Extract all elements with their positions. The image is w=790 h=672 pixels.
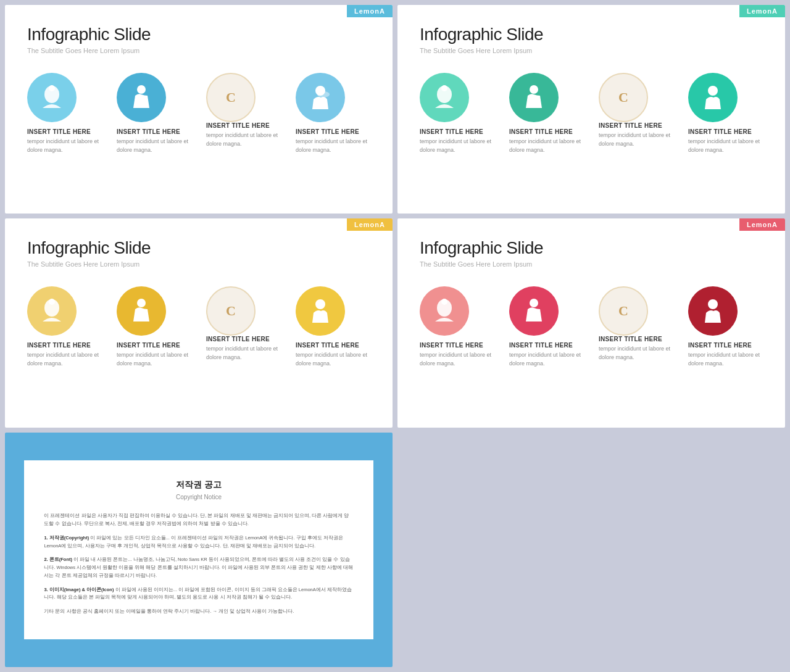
copyright-section-text-4: 기타 문의 사항은 공식 홈페이지 또는 이메일을 통하여 연락 주시기 바랍니… (44, 608, 294, 614)
svg-point-11 (137, 299, 146, 307)
svg-point-16 (708, 299, 718, 309)
copyright-title-en: Copyright Notice (44, 492, 353, 502)
item-label-2: INSERT TITLE HERE (117, 128, 180, 135)
svg-point-7 (530, 85, 538, 94)
item-label-y2: INSERT TITLE HERE (117, 342, 180, 349)
c-badge-r: C (599, 286, 648, 336)
item-desc-y4: tempor incididunt ut labore et dolore ma… (296, 351, 370, 368)
icon-item: INSERT TITLE HERE tempor incididunt ut l… (420, 286, 494, 368)
item-desc-4: tempor incididunt ut labore et dolore ma… (296, 138, 370, 154)
slide-teal: LemonA Infographic Slide The Subtitle Go… (397, 5, 785, 214)
icons-row-yellow: INSERT TITLE HERE tempor incididunt ut l… (27, 286, 370, 368)
icon-circle-t2 (509, 73, 559, 122)
slide-red: LemonA Infographic Slide The Subtitle Go… (397, 218, 785, 427)
slide-subtitle-red: The Subtitle Goes Here Lorem Ipsum (420, 260, 763, 268)
copyright-title-kr: 저작권 공고 (44, 478, 353, 491)
icon-circle-y1 (27, 286, 77, 336)
icon-circle-r4 (688, 286, 738, 336)
icon-circle-1 (27, 73, 77, 122)
icon-circle-4 (296, 73, 345, 122)
item-label-y1: INSERT TITLE HERE (27, 342, 91, 349)
icon-item: INSERT TITLE HERE tempor incididunt ut l… (117, 73, 191, 154)
icon-item: INSERT TITLE HERE tempor incididunt ut l… (117, 286, 191, 368)
item-label-t2: INSERT TITLE HERE (509, 128, 573, 135)
copyright-section-0: 이 프레젠테이션 파일은 사용자가 직접 편집하여 이용하실 수 있습니다. 단… (44, 512, 353, 528)
slide-title-red: Infographic Slide (420, 238, 763, 258)
bottom-row: 저작권 공고 Copyright Notice 이 프레젠테이션 파일은 사용자… (5, 433, 785, 667)
svg-point-14 (441, 299, 447, 305)
icon-item: INSERT TITLE HERE tempor incididunt ut l… (420, 73, 494, 154)
item-desc-2: tempor incididunt ut labore et dolore ma… (117, 138, 191, 154)
item-desc-r3: tempor incididunt ut labore et dolore ma… (599, 345, 673, 362)
icon-item: C INSERT TITLE HERE tempor incididunt ut… (599, 286, 673, 368)
icon-item: C INSERT TITLE HERE tempor incididunt ut… (206, 286, 281, 368)
c-badge-t: C (599, 73, 648, 122)
icon-circle-t4 (688, 73, 738, 122)
icon-item: INSERT TITLE HERE tempor incididunt ut l… (296, 73, 370, 154)
copyright-section-text-1: 이 파일에 있는 모든 디자인 요소들... 이 프레젠테이션 파일의 저작권은… (44, 535, 343, 549)
copyright-section-title-2: 2. 폰트(Font) (44, 557, 72, 562)
icon-circle-2 (117, 73, 166, 122)
icon-circle-y2 (117, 286, 166, 336)
c-badge: C (206, 73, 256, 122)
copyright-section-text-2: 이 파일 내 사용된 폰트는... 나눔명조, 나눔고딕, Noto Sans … (44, 557, 352, 578)
icon-item: INSERT TITLE HERE tempor incididunt ut l… (296, 286, 370, 368)
slide-title-teal: Infographic Slide (420, 25, 763, 44)
icon-item: INSERT TITLE HERE tempor incididunt ut l… (509, 286, 584, 368)
copyright-section-4: 기타 문의 사항은 공식 홈페이지 또는 이메일을 통하여 연락 주시기 바랍니… (44, 608, 353, 616)
item-desc-3: tempor incididunt ut labore et dolore ma… (206, 131, 281, 148)
item-label-t1: INSERT TITLE HERE (420, 128, 483, 135)
icon-item: INSERT TITLE HERE tempor incididunt ut l… (509, 73, 584, 154)
icon-circle-y4 (296, 286, 345, 336)
slide-yellow: LemonA Infographic Slide The Subtitle Go… (5, 218, 393, 427)
copyright-body: 이 프레젠테이션 파일은 사용자가 직접 편집하여 이용하실 수 있습니다. 단… (44, 512, 353, 616)
icon-item: C INSERT TITLE HERE tempor incididunt ut… (599, 73, 673, 154)
item-desc-r1: tempor incididunt ut labore et dolore ma… (420, 351, 494, 368)
copyright-section-1: 1. 저작권(Copyright) 이 파일에 있는 모든 디자인 요소들...… (44, 534, 353, 550)
svg-point-4 (317, 91, 330, 97)
slide-subtitle-blue: The Subtitle Goes Here Lorem Ipsum (27, 47, 370, 54)
item-desc-t3: tempor incididunt ut labore et dolore ma… (599, 131, 673, 148)
copyright-section-title-1: 1. 저작권(Copyright) (44, 535, 89, 541)
icon-circle-r2 (509, 286, 559, 336)
svg-point-15 (530, 299, 538, 307)
badge-red: LemonA (739, 218, 785, 231)
slide-copyright: 저작권 공고 Copyright Notice 이 프레젠테이션 파일은 사용자… (5, 433, 393, 667)
svg-point-6 (441, 85, 447, 91)
item-desc-1: tempor incididunt ut labore et dolore ma… (27, 138, 102, 154)
svg-point-1 (49, 85, 55, 91)
item-label-r1: INSERT TITLE HERE (420, 342, 483, 349)
item-desc-y2: tempor incididunt ut labore et dolore ma… (117, 351, 191, 368)
item-label-r2: INSERT TITLE HERE (509, 342, 573, 349)
slide-blue: LemonA Infographic Slide The Subtitle Go… (5, 5, 393, 214)
item-desc-t2: tempor incididunt ut labore et dolore ma… (509, 138, 584, 154)
item-label-3: INSERT TITLE HERE (206, 122, 270, 129)
svg-point-8 (708, 86, 718, 96)
copyright-section-title-3: 3. 이미지(Image) & 아이콘(Icon) (44, 587, 114, 592)
icon-item: INSERT TITLE HERE tempor incididunt ut l… (27, 286, 102, 368)
item-label-r3: INSERT TITLE HERE (599, 336, 662, 342)
icon-item: C INSERT TITLE HERE tempor incididunt ut… (206, 73, 281, 154)
copyright-section-2: 2. 폰트(Font) 이 파일 내 사용된 폰트는... 나눔명조, 나눔고딕… (44, 556, 353, 579)
item-label-y3: INSERT TITLE HERE (206, 336, 270, 342)
icon-item: INSERT TITLE HERE tempor incididunt ut l… (27, 73, 102, 154)
svg-point-12 (315, 299, 325, 309)
icon-circle-t1 (420, 73, 469, 122)
icon-item: INSERT TITLE HERE tempor incididunt ut l… (688, 73, 763, 154)
item-label-4: INSERT TITLE HERE (296, 128, 359, 135)
item-desc-t1: tempor incididunt ut labore et dolore ma… (420, 138, 494, 154)
slide-subtitle-teal: The Subtitle Goes Here Lorem Ipsum (420, 47, 763, 54)
item-label-y4: INSERT TITLE HERE (296, 342, 359, 349)
slide-title-yellow: Infographic Slide (27, 238, 370, 258)
icon-circle-r1 (420, 286, 469, 336)
bottom-right-placeholder (397, 433, 785, 667)
icon-item: INSERT TITLE HERE tempor incididunt ut l… (688, 286, 763, 368)
item-desc-y1: tempor incididunt ut labore et dolore ma… (27, 351, 102, 368)
svg-point-2 (137, 85, 146, 94)
item-desc-r2: tempor incididunt ut labore et dolore ma… (509, 351, 584, 368)
item-desc-y3: tempor incididunt ut labore et dolore ma… (206, 345, 281, 362)
item-label-t3: INSERT TITLE HERE (599, 122, 662, 129)
copyright-section-3: 3. 이미지(Image) & 아이콘(Icon) 이 파일에 사용된 이미지는… (44, 586, 353, 602)
item-desc-t4: tempor incididunt ut labore et dolore ma… (688, 138, 763, 154)
item-desc-r4: tempor incididunt ut labore et dolore ma… (688, 351, 763, 368)
